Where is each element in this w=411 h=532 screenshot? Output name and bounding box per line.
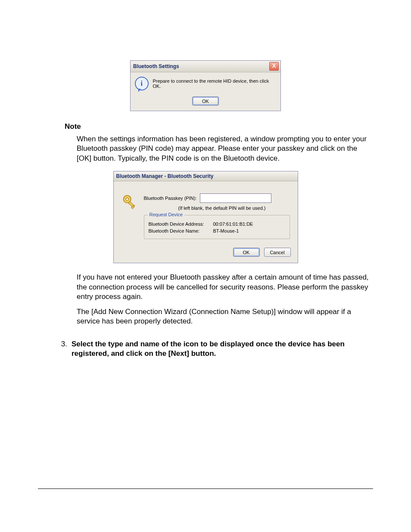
dialog1-message: Prepare to connect to the remote HID dev… <box>153 77 277 89</box>
dialog2-fields: Bluetooth Passkey (PIN): (If left blank,… <box>144 193 290 239</box>
dialog1-button-row: OK <box>135 96 276 106</box>
ok-button[interactable]: OK <box>233 248 260 257</box>
step-number: 3. <box>54 339 72 359</box>
close-icon[interactable]: X <box>269 62 279 71</box>
note-heading: Note <box>65 122 373 131</box>
step-3: 3. Select the type and name of the icon … <box>54 339 373 359</box>
dialog2-body: Bluetooth Passkey (PIN): (If left blank,… <box>114 181 298 244</box>
device-address-row: Bluetooth Device Address: 00:07:61:01:B1… <box>149 221 285 227</box>
device-name-label: Bluetooth Device Name: <box>149 228 213 233</box>
pin-input[interactable] <box>200 193 271 203</box>
dialog2-titlebar: Bluetooth Manager - Bluetooth Security <box>114 171 298 181</box>
key-icon <box>121 193 138 210</box>
request-device-group: Request Device Bluetooth Device Address:… <box>144 215 290 239</box>
paragraph-1: When the settings information has been r… <box>77 134 373 163</box>
dialog1-content-row: i Prepare to connect to the remote HID d… <box>135 77 276 90</box>
paragraph-2: If you have not entered your Bluetooth p… <box>77 273 373 302</box>
step-text: Select the type and name of the icon to … <box>72 339 373 359</box>
ok-button[interactable]: OK <box>192 96 219 106</box>
dialog1-title: Bluetooth Settings <box>133 63 179 69</box>
info-icon: i <box>135 77 149 90</box>
dialog2-title: Bluetooth Manager - Bluetooth Security <box>116 173 214 179</box>
dialog1-wrapper: Bluetooth Settings X i Prepare to connec… <box>38 60 373 111</box>
document-page: Bluetooth Settings X i Prepare to connec… <box>0 0 411 532</box>
device-name-row: Bluetooth Device Name: BT-Mouse-1 <box>149 228 285 233</box>
footer-rule <box>38 488 373 489</box>
svg-point-1 <box>125 198 128 201</box>
dialog1-body: i Prepare to connect to the remote HID d… <box>131 72 280 111</box>
device-address-label: Bluetooth Device Address: <box>149 221 213 227</box>
pin-hint: (If left blank, the default PIN will be … <box>178 205 290 211</box>
dialog2-button-row: OK Cancel <box>114 244 298 263</box>
device-address-value: 00:07:61:01:B1:DE <box>213 221 253 227</box>
paragraph-3: The [Add New Connection Wizard (Connecti… <box>77 307 373 327</box>
device-name-value: BT-Mouse-1 <box>213 228 239 233</box>
cancel-button[interactable]: Cancel <box>264 248 291 257</box>
pin-label: Bluetooth Passkey (PIN): <box>144 196 197 201</box>
dialog2-wrapper: Bluetooth Manager - Bluetooth Security B… <box>38 163 373 263</box>
group-title: Request Device <box>148 212 185 217</box>
dialog1-titlebar: Bluetooth Settings X <box>131 61 280 72</box>
bluetooth-settings-dialog: Bluetooth Settings X i Prepare to connec… <box>130 60 281 111</box>
pin-row: Bluetooth Passkey (PIN): <box>144 193 290 203</box>
bluetooth-security-dialog: Bluetooth Manager - Bluetooth Security B… <box>113 171 298 263</box>
